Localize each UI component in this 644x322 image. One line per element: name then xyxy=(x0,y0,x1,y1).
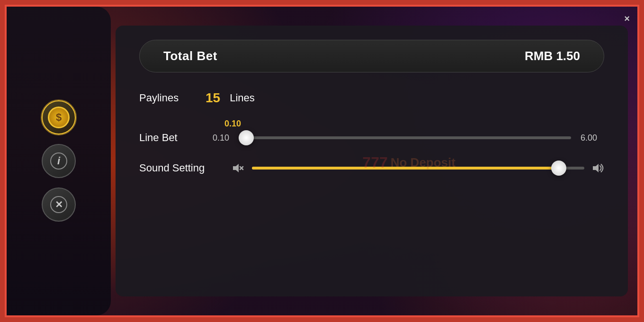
sound-slider-track[interactable] xyxy=(252,167,584,170)
paylines-number: 15 xyxy=(206,90,220,106)
close-window-button[interactable]: × xyxy=(624,13,630,24)
sound-loud-icon[interactable] xyxy=(592,163,604,173)
sound-setting-label: Sound Setting xyxy=(139,162,224,174)
info-icon: i xyxy=(50,152,67,170)
sound-setting-row: Sound Setting xyxy=(139,162,604,174)
total-bet-bar: Total Bet RMB 1.50 xyxy=(139,40,604,72)
line-bet-min: 0.10 xyxy=(206,133,229,143)
chip-icon xyxy=(48,107,70,128)
line-bet-tooltip: 0.10 xyxy=(224,119,604,129)
sound-mute-icon[interactable] xyxy=(232,163,244,173)
close-button[interactable]: ✕ xyxy=(42,188,76,222)
svg-marker-3 xyxy=(593,164,599,172)
paylines-unit: Lines xyxy=(230,92,255,104)
line-bet-label: Line Bet xyxy=(139,132,196,144)
line-bet-slider-thumb[interactable] xyxy=(239,130,254,145)
total-bet-value: RMB 1.50 xyxy=(525,49,580,63)
svg-marker-0 xyxy=(233,164,239,172)
chip-button[interactable] xyxy=(42,100,76,134)
paylines-label: Paylines xyxy=(139,92,196,104)
sound-slider-thumb[interactable] xyxy=(551,161,566,176)
main-panel: 777 No Deposit Total Bet RMB 1.50 Paylin… xyxy=(116,26,628,296)
line-bet-row: Line Bet 0.10 6.00 xyxy=(139,132,604,144)
line-bet-slider-track[interactable] xyxy=(239,136,571,139)
line-bet-max: 6.00 xyxy=(581,133,604,143)
sidebar: i ✕ xyxy=(7,7,111,315)
close-icon: ✕ xyxy=(50,196,67,213)
line-bet-section: 0.10 Line Bet 0.10 6.00 xyxy=(139,119,604,144)
sound-slider-fill xyxy=(252,167,558,170)
total-bet-label: Total Bet xyxy=(163,49,217,63)
info-button[interactable]: i xyxy=(42,144,76,178)
paylines-row: Paylines 15 Lines xyxy=(139,90,604,106)
